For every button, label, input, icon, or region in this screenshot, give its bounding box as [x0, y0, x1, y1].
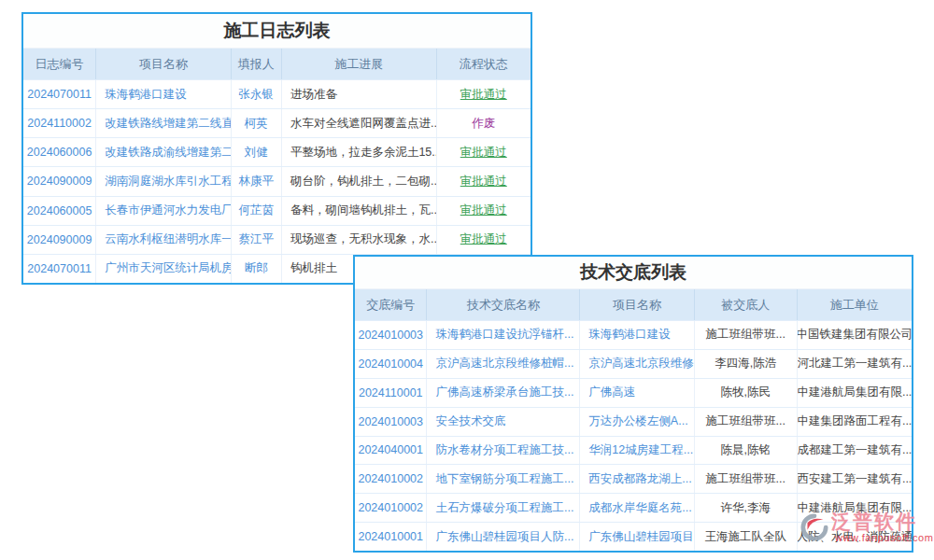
progress-text: 水车对全线遮阳网覆盖点进...: [282, 109, 437, 137]
col-header-log-id: 日志编号: [23, 49, 96, 79]
project-link[interactable]: 华润12城房建工程...: [580, 437, 694, 465]
log-id-link[interactable]: 2024110002: [23, 109, 96, 137]
disclosure-name-link[interactable]: 安全技术交底: [427, 408, 580, 436]
col-header-reporter: 填报人: [232, 49, 282, 79]
disclosure-name-link[interactable]: 广东佛山碧桂园项目人防...: [427, 523, 580, 551]
watermark-url: www.fanpusoft.com: [835, 532, 934, 543]
project-link[interactable]: 京沪高速北京段维修: [580, 350, 694, 378]
log-id-link[interactable]: 2024090009: [23, 167, 96, 195]
disclosure-id-link[interactable]: 2024010003: [355, 408, 427, 436]
col-header-progress: 施工进展: [282, 49, 437, 79]
status-badge[interactable]: 审批通过: [437, 138, 531, 166]
project-link[interactable]: 广东佛山碧桂园项目: [580, 523, 694, 551]
project-link[interactable]: 改建铁路线增建第二线直...: [96, 109, 231, 137]
technical-disclosure-table: 技术交底列表 交底编号 技术交底名称 项目名称 被交底人 施工单位 202401…: [353, 255, 913, 553]
disclosure-id-link[interactable]: 2024010002: [355, 494, 427, 522]
log-id-link[interactable]: 2024090009: [23, 226, 96, 254]
disclosure-row[interactable]: 2024040001 防水卷材分项工程施工技... 华润12城房建工程... 陈…: [355, 436, 912, 465]
col-header-project: 项目名称: [96, 49, 231, 79]
log-row[interactable]: 2024060006 改建铁路成渝线增建第二... 刘健 平整场地，拉走多余泥土…: [23, 137, 531, 166]
disclosure-id-link[interactable]: 2024110001: [355, 379, 427, 407]
log-id-link[interactable]: 2024070011: [23, 80, 96, 108]
log-row[interactable]: 2024110002 改建铁路线增建第二线直... 柯英 水车对全线遮阳网覆盖点…: [23, 108, 531, 137]
unit-text: 西安建工第一建筑有...: [798, 465, 912, 493]
disclosure-name-link[interactable]: 土石方爆破分项工程施工...: [427, 494, 580, 522]
disclosure-id-link[interactable]: 2024010002: [355, 465, 427, 493]
disclosure-table-header: 交底编号 技术交底名称 项目名称 被交底人 施工单位: [355, 289, 912, 320]
unit-text: 中建集团路面工程有...: [798, 408, 912, 436]
unit-text: 中国铁建集团有限公司: [798, 321, 912, 349]
project-link[interactable]: 长春市伊通河水力发电厂...: [96, 197, 231, 225]
status-badge[interactable]: 作废: [437, 109, 531, 137]
disclosure-id-link[interactable]: 2024010003: [355, 321, 427, 349]
project-link[interactable]: 珠海鹤港口建设: [96, 80, 231, 108]
project-link[interactable]: 广州市天河区统计局机房...: [96, 255, 231, 283]
disclosure-name-link[interactable]: 防水卷材分项工程施工技...: [427, 437, 580, 465]
progress-text: 砌台阶，钩机排土，二包砌...: [282, 167, 437, 195]
project-link[interactable]: 湖南洞庭湖水库引水工程...: [96, 167, 231, 195]
log-id-link[interactable]: 2024070011: [23, 255, 96, 283]
log-id-link[interactable]: 2024060005: [23, 197, 96, 225]
reporter-link[interactable]: 柯英: [232, 109, 282, 137]
col-header-unit: 施工单位: [798, 289, 912, 320]
disclosure-name-link[interactable]: 京沪高速北京段维修桩帽...: [427, 350, 580, 378]
log-table-body: 2024070011 珠海鹤港口建设 张永银 进场准备 审批通过 2024110…: [23, 79, 531, 283]
reporter-link[interactable]: 断郎: [232, 255, 282, 283]
watermark: 泛普软件 www.fanpusoft.com: [800, 510, 934, 545]
unit-text: 河北建工第一建筑有...: [798, 350, 912, 378]
project-link[interactable]: 珠海鹤港口建设: [580, 321, 694, 349]
status-badge[interactable]: 审批通过: [437, 197, 531, 225]
reporter-link[interactable]: 林康平: [232, 167, 282, 195]
disclosure-row[interactable]: 2024110001 广佛高速桥梁承台施工技... 广佛高速 陈牧,陈民 中建港…: [355, 378, 912, 407]
project-link[interactable]: 成都水岸华庭名苑...: [580, 494, 694, 522]
watermark-brand-name: 泛普软件: [831, 510, 934, 533]
log-table-title: 施工日志列表: [23, 14, 531, 49]
col-header-disclosure-name: 技术交底名称: [427, 289, 580, 320]
fanpu-logo-icon: [800, 513, 828, 545]
log-table-header: 日志编号 项目名称 填报人 施工进展 流程状态: [23, 49, 531, 79]
disclosure-row[interactable]: 2024010003 珠海鹤港口建设抗浮锚杆... 珠海鹤港口建设 施工班组带班…: [355, 320, 912, 349]
project-link[interactable]: 云南水利枢纽潜明水库一...: [96, 226, 231, 254]
log-id-link[interactable]: 2024060006: [23, 138, 96, 166]
status-badge[interactable]: 审批通过: [437, 80, 531, 108]
recipient-text: 陈晨,陈铭: [695, 437, 798, 465]
progress-text: 现场巡查，无积水现象，水...: [282, 226, 437, 254]
disclosure-row[interactable]: 2024010004 京沪高速北京段维修桩帽... 京沪高速北京段维修 李四海,…: [355, 349, 912, 378]
log-row[interactable]: 2024060005 长春市伊通河水力发电厂... 何芷茵 备料，砌间墙钩机排土…: [23, 196, 531, 225]
recipient-text: 王海施工队全队: [695, 523, 798, 551]
reporter-link[interactable]: 刘健: [232, 138, 282, 166]
reporter-link[interactable]: 张永银: [232, 80, 282, 108]
disclosure-row[interactable]: 2024010002 地下室钢筋分项工程施工... 西安成都路龙湖上... 施工…: [355, 464, 912, 493]
recipient-text: 许华,李海: [695, 494, 798, 522]
project-link[interactable]: 万达办公楼左侧A...: [580, 408, 694, 436]
recipient-text: 施工班组带班...: [695, 465, 798, 493]
disclosure-name-link[interactable]: 地下室钢筋分项工程施工...: [427, 465, 580, 493]
progress-text: 平整场地，拉走多余泥土15...: [282, 138, 437, 166]
log-row[interactable]: 2024070011 珠海鹤港口建设 张永银 进场准备 审批通过: [23, 79, 531, 108]
disclosure-name-link[interactable]: 广佛高速桥梁承台施工技...: [427, 379, 580, 407]
disclosure-name-link[interactable]: 珠海鹤港口建设抗浮锚杆...: [427, 321, 580, 349]
construction-log-table: 施工日志列表 日志编号 项目名称 填报人 施工进展 流程状态 202407001…: [21, 12, 532, 285]
unit-text: 中建港航局集团有限...: [798, 379, 912, 407]
reporter-link[interactable]: 蔡江平: [232, 226, 282, 254]
log-row[interactable]: 2024090009 湖南洞庭湖水库引水工程... 林康平 砌台阶，钩机排土，二…: [23, 166, 531, 195]
unit-text: 成都建工第一建筑有...: [798, 437, 912, 465]
recipient-text: 施工班组带班...: [695, 321, 798, 349]
progress-text: 备料，砌间墙钩机排土，瓦...: [282, 197, 437, 225]
disclosure-id-link[interactable]: 2024010001: [355, 523, 427, 551]
project-link[interactable]: 西安成都路龙湖上...: [580, 465, 694, 493]
reporter-link[interactable]: 何芷茵: [232, 197, 282, 225]
disclosure-id-link[interactable]: 2024040001: [355, 437, 427, 465]
status-badge[interactable]: 审批通过: [437, 226, 531, 254]
disclosure-id-link[interactable]: 2024010004: [355, 350, 427, 378]
recipient-text: 陈牧,陈民: [695, 379, 798, 407]
project-link[interactable]: 广佛高速: [580, 379, 694, 407]
status-badge[interactable]: 审批通过: [437, 167, 531, 195]
col-header-disclosure-id: 交底编号: [355, 289, 427, 320]
col-header-project: 项目名称: [580, 289, 694, 320]
disclosure-table-title: 技术交底列表: [355, 257, 912, 289]
project-link[interactable]: 改建铁路成渝线增建第二...: [96, 138, 231, 166]
recipient-text: 施工班组带班...: [695, 408, 798, 436]
disclosure-row[interactable]: 2024010003 安全技术交底 万达办公楼左侧A... 施工班组带班... …: [355, 407, 912, 436]
log-row[interactable]: 2024090009 云南水利枢纽潜明水库一... 蔡江平 现场巡查，无积水现象…: [23, 225, 531, 254]
